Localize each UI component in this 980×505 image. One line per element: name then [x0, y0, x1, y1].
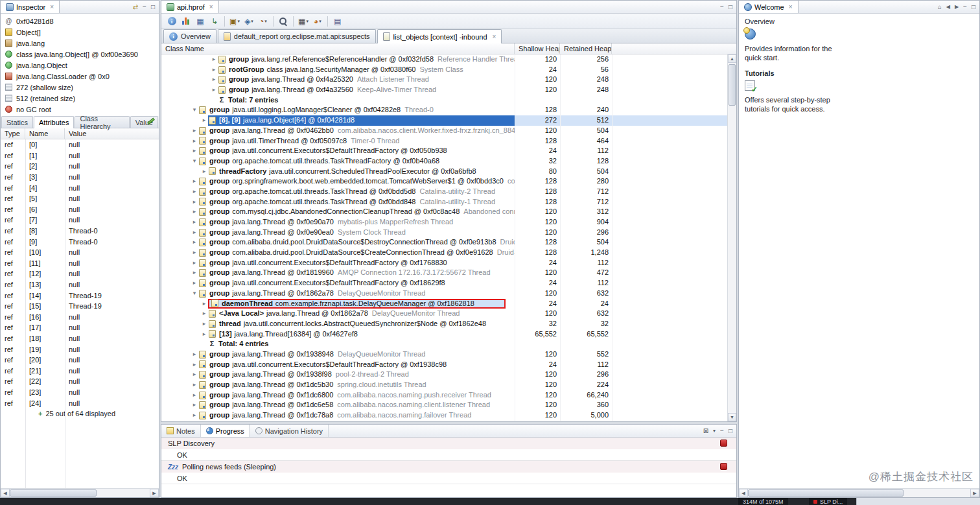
pie-chart-icon[interactable]: ◕▾ — [311, 15, 324, 28]
expander-icon[interactable]: ▸ — [191, 207, 198, 217]
expander-icon[interactable]: ▸ — [191, 390, 198, 401]
job-title-row[interactable]: ZzzPolling news feeds (Sleeping) — [161, 461, 736, 473]
column-type[interactable]: Type — [1, 128, 25, 139]
tree-row[interactable]: ▸groupjava.lang.Thread @ 0xf0e90ea0Syste… — [161, 228, 727, 238]
expander-icon[interactable]: ▾ — [191, 288, 198, 299]
job-status[interactable]: SLP Di... — [809, 498, 847, 505]
attribute-row[interactable]: ref[4]null — [1, 182, 159, 193]
tree-row[interactable]: ▸groupjava.lang.Thread @ 0xf1938948Delay… — [161, 349, 727, 360]
home-icon[interactable]: ⌂ — [938, 3, 942, 10]
tutorials-welcome-icon[interactable] — [745, 80, 755, 91]
result-tab[interactable]: iOverview — [163, 29, 216, 43]
attribute-row[interactable]: ref[1]null — [1, 150, 159, 161]
scroll-up-icon[interactable]: ▲ — [728, 54, 736, 63]
inspector-summary-item[interactable]: 272 (shallow size) — [1, 82, 159, 93]
column-retained-heap[interactable]: Retained Heap — [560, 43, 612, 54]
overview-welcome-icon[interactable] — [745, 29, 756, 40]
tree-row[interactable]: ▸[8], [9]java.lang.Object[64] @ 0xf04281… — [161, 115, 727, 126]
scroll-right-icon[interactable]: ▶ — [970, 489, 979, 497]
attribute-row[interactable]: ref[18]null — [1, 333, 159, 344]
expander-icon[interactable]: ▸ — [191, 187, 198, 197]
inspector-summary-item[interactable]: 512 (retained size) — [1, 93, 159, 104]
expander-icon[interactable]: ▸ — [200, 299, 208, 309]
expander-icon[interactable]: ▸ — [191, 258, 198, 268]
expander-icon[interactable]: ▸ — [191, 370, 198, 380]
expander-icon[interactable]: ▸ — [200, 319, 208, 329]
tree-row[interactable]: ▸groupjava.lang.Thread @ 0xf0e90a70mybat… — [161, 217, 727, 228]
tree-row[interactable]: ▸groupjava.util.concurrent.Executors$Def… — [161, 146, 727, 156]
tree-row[interactable]: ▸[13]java.lang.Thread[16384] @ 0xf4627ef… — [161, 329, 727, 340]
attribute-row[interactable]: ref[17]null — [1, 322, 159, 333]
scroll-left-icon[interactable]: ◀ — [739, 489, 748, 497]
expander-icon[interactable]: ▸ — [191, 410, 198, 421]
tree-row[interactable]: ▸groupjava.util.concurrent.Executors$Def… — [161, 258, 727, 268]
close-icon[interactable]: × — [50, 4, 54, 10]
tab-navigation-history[interactable]: Navigation History — [250, 425, 329, 437]
inspector-summary-item[interactable]: java.lang — [1, 38, 159, 49]
attribute-row[interactable]: ref[9]Thread-0 — [1, 236, 159, 247]
inspector-tab-value[interactable]: Value — [130, 116, 158, 128]
minimize-icon[interactable]: − — [143, 3, 146, 10]
scrollbar-track[interactable] — [10, 489, 150, 497]
tab-api-hprof[interactable]: api.hprof × — [161, 1, 219, 13]
column-shallow-heap[interactable]: Shallow Heap — [515, 43, 560, 54]
job-title-row[interactable]: SLP Discovery — [161, 438, 736, 449]
attribute-row[interactable]: ref[8]Thread-0 — [1, 226, 159, 237]
expander-icon[interactable]: ▸ — [210, 65, 218, 75]
scroll-right-icon[interactable]: ▶ — [150, 489, 159, 497]
group-result-icon[interactable]: ◈▾ — [242, 15, 255, 28]
vertical-scrollbar[interactable]: ▲ ▼ — [727, 54, 736, 421]
tab-welcome[interactable]: Welcome × — [739, 1, 799, 13]
attribute-row[interactable]: ref[5]null — [1, 193, 159, 204]
column-name[interactable]: Name — [25, 128, 65, 139]
result-tab[interactable]: default_report org.eclipse.mat.api:suspe… — [218, 29, 376, 43]
scrollbar-track[interactable] — [748, 489, 970, 497]
scroll-down-icon[interactable]: ▼ — [728, 413, 736, 421]
attribute-row[interactable]: ref[20]null — [1, 355, 159, 366]
column-class-name[interactable]: Class Name — [161, 43, 515, 54]
expander-icon[interactable]: ▸ — [210, 75, 218, 85]
expander-icon[interactable]: ▸ — [191, 349, 198, 360]
tree-row[interactable]: ▸groupjava.lang.Thread @ 0xf0462bb0com.a… — [161, 126, 727, 136]
expander-icon[interactable]: ▾ — [191, 105, 198, 115]
tree-row[interactable]: ▸groupjava.lang.Thread @ 0xf4a25320Attac… — [161, 75, 727, 85]
inspector-summary-item[interactable]: no GC root — [1, 104, 159, 115]
section-heading[interactable]: Tutorials — [745, 69, 974, 77]
expander-icon[interactable]: ▸ — [200, 329, 208, 340]
show-more-icon[interactable]: + — [38, 410, 42, 417]
inspector-summary-item[interactable]: class java.lang.Object[] @ 0xf00e3690 — [1, 49, 159, 60]
close-icon[interactable]: × — [789, 4, 793, 10]
tree-row[interactable]: ▸groupjava.lang.Thread @ 0xf1dc6e58com.a… — [161, 400, 727, 410]
attribute-row[interactable]: ref[23]null — [1, 387, 159, 398]
attribute-row[interactable]: ref[21]null — [1, 365, 159, 376]
inspector-tab-statics[interactable]: Statics — [1, 116, 33, 128]
attribute-row[interactable]: ref[2]null — [1, 161, 159, 172]
maximize-icon[interactable]: □ — [729, 3, 732, 10]
minimize-icon[interactable]: − — [963, 3, 967, 10]
attribute-row[interactable]: ref[7]null — [1, 215, 159, 226]
tree-row[interactable]: ▾grouporg.apache.tomcat.util.threads.Tas… — [161, 156, 727, 167]
link-with-selection-icon[interactable]: ⇄ — [133, 3, 138, 10]
maximize-icon[interactable]: □ — [729, 427, 732, 434]
horizontal-scrollbar[interactable]: ◀ ▶ — [739, 488, 979, 497]
attribute-row[interactable]: ref[13]null — [1, 279, 159, 290]
dominator-tree-icon[interactable]: ▦ — [194, 15, 207, 28]
inspector-summary-item[interactable]: @0xf04281d8 — [1, 16, 159, 27]
nav-forward-icon[interactable]: ▶ — [955, 4, 959, 10]
tree-row[interactable]: ΣTotal: 7 entries — [161, 95, 727, 106]
calculate-retained-size-icon[interactable] — [277, 15, 290, 28]
path-to-gc-roots-icon[interactable]: ↳ — [208, 15, 221, 28]
tree-row[interactable]: ▸<Java Local>java.lang.Thread @ 0xf1862a… — [161, 309, 727, 319]
expander-icon[interactable]: ▸ — [191, 380, 198, 390]
attribute-row[interactable]: ref[3]null — [1, 172, 159, 183]
tree-row[interactable]: ▸rootGroupclass java.lang.SecurityManage… — [161, 65, 727, 75]
expander-icon[interactable]: ▸ — [191, 217, 198, 228]
attribute-row[interactable]: ref[6]null — [1, 204, 159, 215]
tree-row[interactable]: ▾groupjava.lang.Thread @ 0xf1862a78Delay… — [161, 288, 727, 299]
maximize-icon[interactable]: □ — [151, 3, 155, 10]
tree-row[interactable]: ▸threadjava.util.concurrent.locks.Abstra… — [161, 319, 727, 329]
scrollbar-thumb[interactable] — [10, 489, 97, 497]
export-icon[interactable]: ▦▾ — [297, 15, 310, 28]
tree-row[interactable]: ▸groupjava.util.concurrent.Executors$Def… — [161, 278, 727, 288]
expander-icon[interactable]: ▸ — [191, 278, 198, 288]
